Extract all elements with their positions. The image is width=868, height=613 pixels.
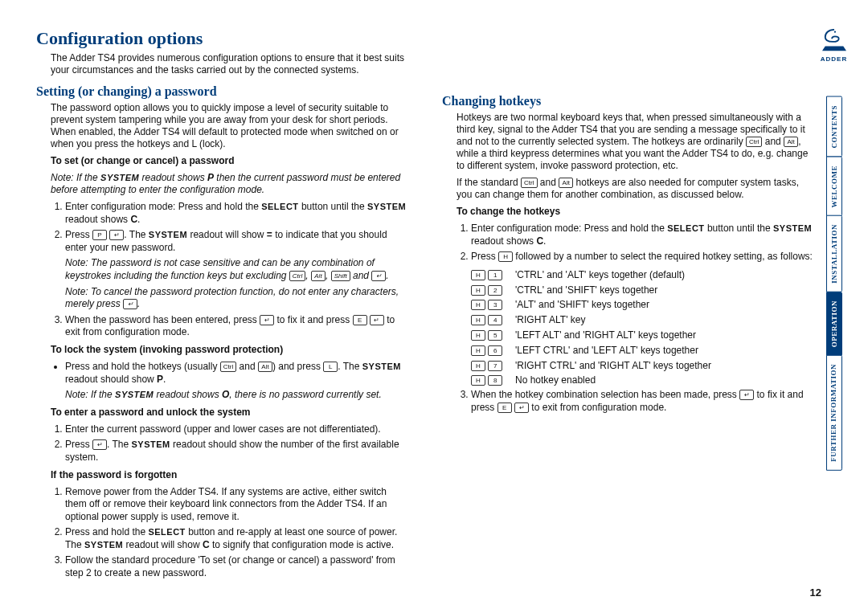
key-h: H: [471, 345, 485, 356]
key-h: H: [471, 315, 485, 325]
nav-tab[interactable]: OPERATION: [826, 292, 842, 356]
enter-step-1: Enter the current password (upper and lo…: [65, 423, 410, 436]
password-intro: The password option allows you to quickl…: [51, 102, 410, 150]
key-num: 7: [488, 361, 502, 371]
hotkey-option-label: No hotkey enabled: [515, 374, 596, 387]
lock-note: Note: If the SYSTEM readout shows O, the…: [65, 389, 410, 402]
key-enter: ↵: [109, 230, 124, 240]
set-note-2: Note: The password is not case sensitive…: [65, 257, 410, 282]
hotkey-option-label: 'RIGHT ALT' key: [515, 313, 586, 327]
set-password-steps: Enter configuration mode: Press and hold…: [51, 201, 410, 339]
hotkey-option-label: 'ALT' and 'SHIFT' keys together: [515, 298, 649, 312]
set-step-1: Enter configuration mode: Press and hold…: [65, 201, 410, 226]
right-column: Changing hotkeys Hotkeys are two normal …: [442, 28, 816, 601]
change-step-2: Press H followed by a number to select t…: [471, 251, 816, 264]
key-h: H: [471, 375, 485, 386]
hotkeys-heading: Changing hotkeys: [442, 94, 816, 108]
sidebar: ADDER CONTENTSWELCOMEINSTALLATIONOPERATI…: [816, 28, 852, 601]
enter-heading: To enter a password and unlock the syste…: [51, 407, 410, 419]
change-hotkeys-steps-cont: When the hotkey combination selection ha…: [457, 389, 816, 414]
nav-tab[interactable]: CONTENTS: [826, 96, 842, 157]
set-step-2: Press P ↵. The SYSTEM readout will show …: [65, 229, 410, 311]
svg-point-0: [833, 31, 835, 33]
key-num: 3: [488, 300, 502, 310]
brand-logo: ADDER: [818, 28, 850, 60]
change-hotkeys-steps: Enter configuration mode: Press and hold…: [457, 223, 816, 264]
hotkey-option-label: 'LEFT CTRL' and 'LEFT ALT' keys together: [515, 344, 698, 358]
left-column: Configuration options The Adder TS4 prov…: [36, 28, 410, 601]
hotkey-option-row: H 1'CTRL' and 'ALT' keys together (defau…: [471, 268, 816, 282]
nav-tabs: CONTENTSWELCOMEINSTALLATIONOPERATIONFURT…: [826, 96, 842, 470]
key-num: 6: [488, 345, 502, 356]
key-num: 4: [488, 315, 502, 325]
set-password-heading: To set (or change or cancel) a password: [51, 155, 410, 167]
hotkey-option-label: 'LEFT ALT' and 'RIGHT ALT' keys together: [515, 329, 696, 342]
key-h: H: [471, 285, 485, 296]
lock-heading: To lock the system (invoking password pr…: [51, 344, 410, 356]
key-h: H: [471, 361, 485, 371]
password-heading: Setting (or changing) a password: [36, 84, 410, 99]
hotkey-option-row: H 5'LEFT ALT' and 'RIGHT ALT' keys toget…: [471, 329, 816, 342]
nav-tab[interactable]: WELCOME: [826, 157, 842, 217]
forgot-step-2: Press and hold the SELECT button and re-…: [65, 526, 410, 551]
key-num: 5: [488, 330, 502, 341]
nav-tab[interactable]: INSTALLATION: [826, 215, 842, 292]
key-p: P: [92, 230, 107, 240]
hotkeys-intro: Hotkeys are two normal keyboard keys tha…: [457, 112, 816, 172]
hotkey-option-row: H 6'LEFT CTRL' and 'LEFT ALT' keys toget…: [471, 344, 816, 358]
enter-step-2: Press ↵. The SYSTEM readout should show …: [65, 439, 410, 464]
change-step-3: When the hotkey combination selection ha…: [471, 389, 816, 414]
hotkey-option-label: 'RIGHT CTRL' and 'RIGHT ALT' keys togeth…: [515, 359, 711, 373]
key-num: 8: [488, 375, 502, 386]
forgot-heading: If the password is forgotten: [51, 469, 410, 481]
intro-text: The Adder TS4 provides numerous configur…: [51, 52, 410, 76]
change-step-1: Enter configuration mode: Press and hold…: [471, 223, 816, 247]
key-h: H: [471, 300, 485, 310]
key-h: H: [471, 330, 485, 341]
hotkey-option-row: H 2'CTRL' and 'SHIFT' keys together: [471, 284, 816, 297]
set-password-note: Note: If the SYSTEM readout shows P then…: [51, 172, 410, 196]
hotkey-option-row: H 4'RIGHT ALT' key: [471, 313, 816, 327]
forgot-step-3: Follow the standard procedure 'To set (o…: [65, 554, 410, 579]
hotkey-option-row: H 7'RIGHT CTRL' and 'RIGHT ALT' keys tog…: [471, 359, 816, 373]
hotkeys-intro-2: If the standard Ctrl and Alt hotkeys are…: [457, 177, 816, 201]
key-num: 2: [488, 285, 502, 296]
key-h: H: [471, 270, 485, 280]
forgot-steps: Remove power from the Adder TS4. If any …: [51, 486, 410, 580]
page-title: Configuration options: [36, 28, 410, 49]
lock-bullet: Press and hold the hotkeys (usually Ctrl…: [65, 361, 410, 402]
enter-steps: Enter the current password (upper and lo…: [51, 423, 410, 464]
hotkey-option-row: H 3'ALT' and 'SHIFT' keys together: [471, 298, 816, 312]
hotkey-option-row: H 8No hotkey enabled: [471, 374, 816, 387]
hotkey-options-list: H 1'CTRL' and 'ALT' keys together (defau…: [442, 268, 816, 387]
nav-tab[interactable]: FURTHER INFORMATION: [826, 355, 842, 471]
change-hotkeys-heading: To change the hotkeys: [457, 206, 816, 218]
lock-steps: Press and hold the hotkeys (usually Ctrl…: [51, 361, 410, 402]
set-note-3: Note: To cancel the password protection …: [65, 286, 410, 311]
hotkey-option-label: 'CTRL' and 'SHIFT' keys together: [515, 284, 657, 297]
key-num: 1: [488, 270, 502, 280]
forgot-step-1: Remove power from the Adder TS4. If any …: [65, 486, 410, 524]
hotkey-option-label: 'CTRL' and 'ALT' keys together (default): [515, 268, 685, 282]
snake-icon: [819, 28, 850, 52]
page-number: 12: [810, 586, 821, 599]
set-step-3: When the password has been entered, pres…: [65, 314, 410, 339]
